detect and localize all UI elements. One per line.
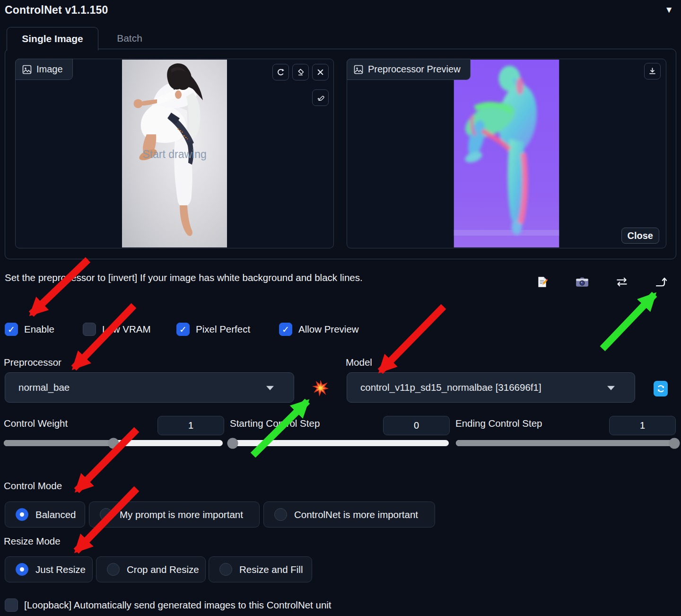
options-row: Enable Low VRAM Pixel Perfect Allow Prev… bbox=[5, 323, 676, 336]
radio-balanced[interactable] bbox=[16, 508, 28, 521]
clear-image-button[interactable] bbox=[312, 64, 329, 80]
refresh-models-button[interactable] bbox=[654, 381, 668, 396]
chevron-down-icon bbox=[607, 386, 615, 390]
start-drawing-watermark: Start drawing bbox=[142, 148, 207, 160]
preview-panel-label: Preprocessor Preview bbox=[347, 59, 471, 80]
explosion-icon bbox=[312, 379, 329, 397]
loopback-checkbox-group[interactable]: [Loopback] Automatically send generated … bbox=[5, 598, 332, 612]
pixel-perfect-checkbox-group[interactable]: Pixel Perfect bbox=[176, 323, 250, 336]
control-weight-slider-handle[interactable] bbox=[108, 438, 119, 449]
low-vram-checkbox[interactable] bbox=[83, 323, 96, 336]
radio-balanced-label: Balanced bbox=[35, 509, 76, 520]
ending-step-label: Ending Control Step bbox=[455, 418, 542, 429]
enable-label: Enable bbox=[24, 324, 54, 335]
collapse-panel-icon[interactable]: ▼ bbox=[664, 5, 673, 15]
refresh-icon bbox=[656, 384, 665, 393]
ending-step-slider-handle[interactable] bbox=[669, 438, 680, 449]
radio-resize-and-fill[interactable] bbox=[219, 563, 232, 576]
tab-batch[interactable]: Batch bbox=[101, 27, 158, 49]
page-title: ControlNet v1.1.150 bbox=[5, 4, 108, 17]
preprocessor-dropdown[interactable]: normal_bae bbox=[5, 372, 294, 403]
preview-panel-label-text: Preprocessor Preview bbox=[368, 64, 461, 75]
image-icon bbox=[22, 65, 32, 74]
input-image[interactable]: Start drawing bbox=[122, 60, 227, 247]
edit-note-icon[interactable] bbox=[535, 275, 550, 289]
download-icon bbox=[648, 67, 656, 75]
model-value: control_v11p_sd15_normalbae [316696f1] bbox=[347, 382, 541, 393]
control-mode-balanced[interactable]: Balanced bbox=[5, 502, 85, 528]
eraser-icon bbox=[297, 68, 305, 76]
enable-checkbox-group[interactable]: Enable bbox=[5, 323, 54, 336]
enable-checkbox[interactable] bbox=[5, 323, 18, 336]
model-dropdown[interactable]: control_v11p_sd15_normalbae [316696f1] bbox=[347, 372, 635, 403]
starting-step-slider[interactable] bbox=[230, 440, 449, 446]
model-label: Model bbox=[346, 357, 372, 368]
swap-images-icon[interactable] bbox=[615, 275, 629, 289]
low-vram-checkbox-group[interactable]: Low VRAM bbox=[83, 323, 151, 336]
radio-just-resize[interactable] bbox=[16, 563, 28, 576]
preprocessor-preview-panel: Preprocessor Preview Close bbox=[347, 59, 666, 248]
resize-mode-resize-and-fill[interactable]: Resize and Fill bbox=[209, 556, 312, 582]
tab-single-image[interactable]: Single Image bbox=[7, 27, 98, 51]
radio-my-prompt[interactable] bbox=[100, 508, 113, 521]
camera-icon[interactable] bbox=[575, 275, 589, 289]
single-image-tab-panel: Start drawing Image bbox=[5, 49, 676, 259]
preprocessor-label: Preprocessor bbox=[4, 357, 61, 368]
preprocessor-preview-image bbox=[454, 60, 559, 247]
radio-resize-and-fill-label: Resize and Fill bbox=[239, 564, 303, 575]
allow-preview-checkbox[interactable] bbox=[279, 323, 292, 336]
chevron-down-icon bbox=[266, 386, 274, 390]
preprocessor-value: normal_bae bbox=[5, 382, 70, 393]
control-weight-input[interactable]: 1 bbox=[157, 416, 224, 435]
control-mode-my-prompt[interactable]: My prompt is more important bbox=[89, 502, 260, 528]
tab-single-image-label: Single Image bbox=[22, 33, 83, 44]
control-weight-label: Control Weight bbox=[4, 418, 68, 429]
allow-preview-label: Allow Preview bbox=[298, 324, 359, 335]
radio-controlnet-label: ControlNet is more important bbox=[294, 509, 418, 520]
sketch-button[interactable] bbox=[312, 89, 329, 106]
ending-step-slider[interactable] bbox=[456, 440, 674, 446]
unit-toolbar bbox=[535, 275, 669, 289]
loopback-checkbox[interactable] bbox=[5, 598, 18, 612]
starting-step-input[interactable]: 0 bbox=[383, 416, 450, 435]
pixel-perfect-checkbox[interactable] bbox=[176, 323, 190, 336]
radio-just-resize-label: Just Resize bbox=[35, 564, 86, 575]
ending-step-input[interactable]: 1 bbox=[609, 416, 676, 435]
starting-step-slider-handle[interactable] bbox=[227, 438, 238, 449]
input-image-panel[interactable]: Start drawing Image bbox=[15, 59, 334, 248]
resize-mode-just-resize[interactable]: Just Resize bbox=[5, 556, 93, 582]
image-panel-label: Image bbox=[15, 59, 73, 80]
download-preview-button[interactable] bbox=[644, 63, 661, 79]
send-dimensions-icon[interactable] bbox=[655, 275, 669, 289]
resize-mode-label: Resize Mode bbox=[4, 536, 61, 547]
radio-crop-and-resize-label: Crop and Resize bbox=[127, 564, 199, 575]
pixel-perfect-label: Pixel Perfect bbox=[196, 324, 250, 335]
radio-my-prompt-label: My prompt is more important bbox=[120, 509, 243, 520]
radio-crop-and-resize[interactable] bbox=[107, 563, 120, 576]
undo-icon bbox=[277, 68, 285, 76]
resize-mode-crop-and-resize[interactable]: Crop and Resize bbox=[96, 556, 206, 582]
radio-controlnet[interactable] bbox=[274, 508, 287, 521]
starting-step-label: Starting Control Step bbox=[230, 418, 320, 429]
control-mode-label: Control Mode bbox=[4, 480, 62, 492]
preprocessor-hint-text: Set the preprocessor to [invert] If your… bbox=[5, 272, 363, 283]
close-icon bbox=[316, 68, 324, 76]
image-icon bbox=[354, 65, 363, 74]
close-preview-button[interactable]: Close bbox=[621, 228, 659, 244]
undo-button[interactable] bbox=[272, 64, 289, 80]
loopback-label: [Loopback] Automatically send generated … bbox=[24, 599, 332, 611]
control-weight-slider[interactable] bbox=[4, 440, 223, 446]
control-mode-controlnet[interactable]: ControlNet is more important bbox=[263, 502, 435, 528]
allow-preview-checkbox-group[interactable]: Allow Preview bbox=[279, 323, 359, 336]
eraser-button[interactable] bbox=[292, 64, 309, 80]
low-vram-label: Low VRAM bbox=[102, 324, 151, 335]
pencil-icon bbox=[316, 94, 325, 102]
image-panel-label-text: Image bbox=[36, 64, 63, 75]
